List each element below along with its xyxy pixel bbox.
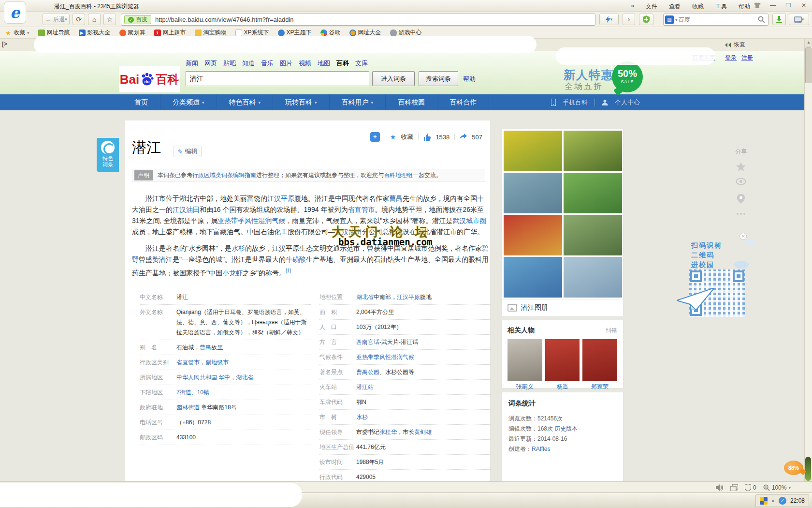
scrollbar-thumb[interactable] xyxy=(805,47,812,83)
inline-link[interactable]: 中华人民共和国 华中 xyxy=(176,374,230,381)
search-entry-button[interactable]: 搜索词条 xyxy=(419,71,458,86)
inline-link[interactable]: 江汉平原 xyxy=(267,194,294,202)
inline-link[interactable]: 亚热带季风性湿润气候 xyxy=(218,217,285,224)
person-name-link[interactable]: 郑家荣 xyxy=(582,383,617,391)
inline-link[interactable]: 省直管市 xyxy=(348,206,375,213)
adblock-shield-button[interactable] xyxy=(639,14,653,25)
inline-link[interactable]: 湖北省 xyxy=(236,374,253,381)
skin-icon[interactable] xyxy=(751,1,764,10)
nav-item[interactable]: 百科用户▾ xyxy=(330,94,386,110)
chevron-down-icon[interactable]: ▾ xyxy=(27,30,29,35)
close-button[interactable]: ✕ xyxy=(798,1,810,10)
inline-link[interactable]: 曹禺公园 xyxy=(356,369,379,375)
restore-tabs-button[interactable]: 恢复 xyxy=(725,41,745,49)
star-icon[interactable] xyxy=(736,162,746,172)
qr-ad-line[interactable]: 进校园 xyxy=(691,261,714,269)
header-tab[interactable]: 音乐 xyxy=(261,59,274,68)
tray-expand-icon[interactable]: « xyxy=(771,497,775,504)
favorite-star-button[interactable]: ☆ xyxy=(103,14,116,25)
eye-icon[interactable] xyxy=(736,178,746,188)
inline-link[interactable]: 江汉平原 xyxy=(397,294,420,300)
header-tab[interactable]: 地图 xyxy=(318,59,330,68)
tray-app-icon[interactable] xyxy=(760,497,768,505)
speed-badge[interactable]: 88% xyxy=(784,461,803,475)
inline-link[interactable]: 副地级市 xyxy=(205,359,229,366)
enter-entry-button[interactable]: 进入词条 xyxy=(372,71,415,86)
search-engine-icon[interactable]: ▨ xyxy=(665,15,674,24)
favorite-star-icon[interactable]: ★ xyxy=(390,133,396,141)
qr-ad-line[interactable]: 二维码 xyxy=(691,251,714,260)
inline-link[interactable]: 小龙虾 xyxy=(222,269,243,277)
nav-mobile-baike[interactable]: 手机百科 xyxy=(563,98,588,107)
sidebar-toggle-icon[interactable]: [> xyxy=(2,41,7,47)
gallery-image-red-flowers-golden-hall[interactable] xyxy=(504,215,562,255)
header-tab[interactable]: 贴吧 xyxy=(223,59,236,68)
gallery-caption[interactable]: 潜江图册 xyxy=(502,299,623,315)
inline-link[interactable]: 百科地理组 xyxy=(384,172,413,179)
inline-link[interactable]: 曹禺 xyxy=(200,344,211,351)
person-name-link[interactable]: 张嗣义 xyxy=(508,383,542,391)
location-pin-icon[interactable] xyxy=(736,194,746,204)
address-bar[interactable]: ✓百度 xyxy=(121,14,595,26)
gallery-image-cranes-wetland[interactable] xyxy=(564,257,622,298)
inline-link[interactable]: 湖北省 xyxy=(356,294,374,300)
favorite-label[interactable]: 收藏 xyxy=(401,133,413,141)
promo-subtitle[interactable]: 全场五折 xyxy=(565,81,603,92)
header-tab[interactable]: 文库 xyxy=(355,59,368,68)
qr-ad-line[interactable]: 扫码识树 xyxy=(691,241,722,250)
person-photo[interactable] xyxy=(545,339,580,381)
toolbar-search-box[interactable]: ▨▾ xyxy=(663,14,768,26)
accelerator-button[interactable]: ▾ xyxy=(599,14,619,25)
menu-item[interactable]: 收藏 xyxy=(692,2,704,11)
promo-sale-badge[interactable]: 50% SALE xyxy=(612,61,643,92)
inline-link[interactable]: 武汉城市圈 xyxy=(452,217,486,224)
baidu-baike-logo[interactable]: Bai du 百科 xyxy=(119,66,180,92)
header-tab[interactable]: 网页 xyxy=(204,59,217,68)
person-photo[interactable] xyxy=(582,339,617,381)
app-share-icon[interactable]: + xyxy=(370,132,380,142)
maximize-button[interactable]: ❒ xyxy=(782,1,795,10)
forward-arrow-button[interactable]: › xyxy=(623,14,635,25)
gallery-image-tree-lined-road[interactable] xyxy=(564,215,622,255)
menu-item[interactable]: 查看 xyxy=(669,2,681,11)
nav-item[interactable]: 首页 xyxy=(122,94,160,110)
header-tab[interactable]: 新闻 xyxy=(186,59,198,68)
toolbar-search-input[interactable] xyxy=(678,16,755,24)
top-link[interactable]: 登录 xyxy=(725,54,737,62)
nav-item[interactable]: 百科合作 xyxy=(437,94,489,110)
inline-link[interactable]: 西南官话 xyxy=(356,339,379,345)
inline-link[interactable]: 亚热带季风性湿润气候 xyxy=(356,354,414,360)
help-link[interactable]: 帮助 xyxy=(463,75,476,84)
inline-link[interactable]: 黄剑雄 xyxy=(414,429,432,435)
gallery-image-pumpjack-green-field[interactable] xyxy=(564,131,622,171)
bookmark-item[interactable]: ★收藏▾ xyxy=(5,29,29,37)
inline-link[interactable]: 江汉油田 xyxy=(173,206,200,213)
tray-security-icon[interactable]: ✓ xyxy=(779,497,786,505)
header-tab[interactable]: 百科 xyxy=(336,59,349,68)
inline-link[interactable]: 潜江站 xyxy=(356,384,374,390)
inline-link[interactable]: RAffles xyxy=(532,446,550,452)
baike-search-input[interactable] xyxy=(186,71,369,86)
inline-link[interactable]: 水杉 xyxy=(232,244,245,252)
minimize-button[interactable]: — xyxy=(767,1,779,10)
inline-link[interactable]: 曹禺 xyxy=(389,194,403,202)
inline-link[interactable]: 牛磺酸 xyxy=(286,255,306,263)
share-arrow-icon[interactable] xyxy=(460,134,467,140)
scroll-up-icon[interactable]: ▲ xyxy=(805,39,812,46)
inline-link[interactable]: 行政区域类词条编辑指南 xyxy=(192,172,256,179)
top-link[interactable]: 注册 xyxy=(741,54,753,62)
windows-panel-icon[interactable] xyxy=(730,484,738,491)
nav-item[interactable]: 分类频道▾ xyxy=(160,94,217,110)
gallery-image-dam-blue-water[interactable] xyxy=(504,257,562,298)
header-tab[interactable]: 视频 xyxy=(299,59,311,68)
nav-item[interactable]: 百科校园 xyxy=(386,94,437,110)
inline-link[interactable]: [1] xyxy=(286,268,291,273)
close-icon[interactable]: ✕ xyxy=(740,233,747,240)
nav-item[interactable]: 特色百科▾ xyxy=(217,94,274,110)
menu-item[interactable]: 帮助 xyxy=(739,2,750,11)
browser-logo-icon[interactable]: e xyxy=(4,1,26,24)
inline-link[interactable]: 张桂华 xyxy=(379,429,397,435)
header-tab[interactable]: 图片 xyxy=(280,59,292,68)
menu-item[interactable]: 工具 xyxy=(715,2,727,11)
inline-link[interactable]: 省直管市 xyxy=(176,359,200,366)
